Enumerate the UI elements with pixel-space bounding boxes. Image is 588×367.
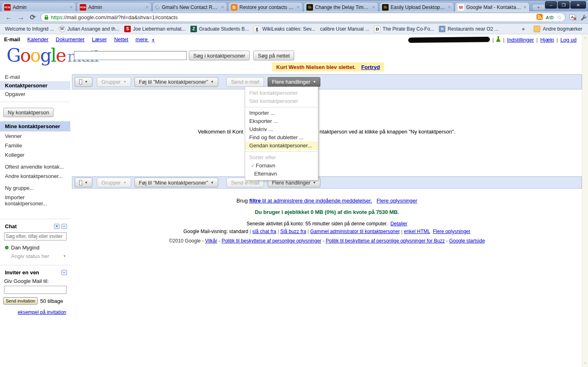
select-all-checkbox[interactable] [79, 180, 82, 185]
bookmark-infogrid[interactable]: Welcome to Infogrid ... [5, 26, 54, 32]
bookmark-calibre[interactable]: calibre User Manual ... [320, 26, 369, 32]
search-contacts-button[interactable]: Søg i kontaktpersoner [189, 51, 250, 60]
terms-link[interactable]: Vilkår [205, 238, 217, 244]
tab-upload-desktop[interactable]: lh Easily Upload Desktop Fo... ✕ [379, 2, 454, 12]
close-button[interactable]: ✕ [570, 1, 586, 9]
nav-laeser-link[interactable]: Læser [92, 36, 107, 42]
view-more-info-link[interactable]: Flere oplysninger [433, 229, 470, 234]
bookmarks-overflow-icon[interactable]: » [522, 26, 525, 32]
tab-close-icon[interactable]: ✕ [221, 5, 224, 9]
menu-item-gendan-kontaktpersoner[interactable]: Gendan kontaktpersoner... [245, 142, 318, 150]
wrench-icon[interactable] [580, 14, 588, 21]
help-link[interactable]: Hjælp [540, 37, 554, 43]
chat-status-row[interactable]: Angiv status her ▼ [0, 251, 70, 259]
labs-flask-icon[interactable] [496, 36, 501, 43]
send-invitation-button[interactable]: Send invitation [3, 297, 38, 305]
minimize-button[interactable]: – [545, 1, 557, 9]
group-venner[interactable]: Venner [0, 131, 70, 141]
nav-nettet-link[interactable]: Nettet [114, 36, 128, 42]
maximize-button[interactable]: ❐ [558, 1, 570, 9]
old-contact-manager-link[interactable]: Gammel administrator til kontaktpersoner [310, 229, 400, 234]
add-to-group-button[interactable]: Føj til "Mine kontaktpersoner" ▼ [134, 77, 219, 87]
new-tab-button[interactable]: + [532, 4, 545, 11]
tab-admin-2[interactable]: PCW Admin ✕ [77, 2, 152, 12]
new-group-link[interactable]: Ny gruppe... [0, 183, 70, 193]
more-info-link[interactable]: Flere oplysninger [376, 198, 417, 204]
bookmark-grad-students[interactable]: Z Graduate Students B... [190, 26, 249, 32]
invite-example-link[interactable]: eksempel på invitation [18, 309, 66, 315]
invite-minimize-button[interactable]: − [61, 270, 67, 275]
address-bar[interactable]: https://mail.google.com/mail/?hl=da&shva… [40, 13, 566, 22]
tab-close-icon[interactable]: ✕ [448, 5, 451, 9]
tab-close-icon[interactable]: ✕ [297, 5, 300, 9]
bookmark-restaurants[interactable]: R Restaurants near O2 ... [439, 26, 499, 32]
menu-item-udskriv[interactable]: Udskriv ... [245, 125, 318, 133]
sidebar-item-kontaktpersoner[interactable]: Kontaktpersoner [0, 81, 70, 90]
tab-gmail-new-contact[interactable]: Gmail's New Contact Res... ✕ [152, 2, 227, 12]
bookmark-wikileaks[interactable]: g WikiLeaks cables: Sev... [254, 26, 315, 32]
menu-item-efternavn[interactable]: Efternavn [245, 170, 318, 178]
tab-change-delay[interactable]: lh Change the Delay Time o... ✕ [304, 2, 378, 12]
tab-close-icon[interactable]: ✕ [523, 5, 527, 9]
search-web-button[interactable]: Søg på nettet [253, 51, 294, 60]
invite-email-input[interactable] [4, 286, 67, 294]
select-all-button[interactable]: ▼ [75, 178, 92, 187]
add-to-group-button[interactable]: Føj til "Mine kontaktpersoner" ▼ [134, 178, 219, 187]
import-contacts-link[interactable]: Importer kontaktpersoner... [0, 193, 53, 208]
group-oftest-anvendte[interactable]: Oftest anvendte kontak... [0, 162, 70, 171]
bookmark-pirate-bay[interactable]: D The Pirate Bay Co-Fo... [374, 26, 434, 32]
tab-close-icon[interactable]: ✕ [70, 5, 73, 9]
select-all-checkbox[interactable] [79, 79, 82, 85]
chat-options-button[interactable]: ▼ [54, 224, 60, 229]
rss-icon[interactable] [537, 14, 543, 21]
more-actions-button-open[interactable]: Flere handlinger ▼ [268, 77, 321, 87]
other-bookmarks-button[interactable]: Andre bogmærker [534, 26, 582, 32]
logout-link[interactable]: Log ud [560, 37, 577, 43]
group-mine-kontaktpersoner[interactable]: Mine kontaktpersoner [0, 121, 70, 131]
group-kolleger[interactable]: Kolleger [0, 150, 70, 160]
chat-off-link[interactable]: slå chat fra [252, 229, 276, 234]
nav-mere-link[interactable]: mere ▼ [136, 36, 155, 42]
buzz-off-link[interactable]: Slå buzz fra [280, 229, 306, 234]
privacy-link[interactable]: Politik til beskyttelse af personlige op… [221, 238, 321, 244]
chat-minimize-button[interactable]: − [61, 224, 67, 229]
buzz-privacy-link[interactable]: Politik til beskyttelse af personlige op… [326, 238, 445, 244]
group-andre-kontaktpersoner[interactable]: Andre kontaktpersoner... [0, 171, 70, 181]
tab-admin-1[interactable]: PCW Admin ✕ [1, 2, 76, 12]
tab-close-icon[interactable]: ✕ [372, 5, 376, 9]
tab-close-icon[interactable]: ✕ [145, 5, 149, 9]
new-contact-button[interactable]: Ny kontaktperson [3, 108, 54, 117]
select-all-button[interactable]: ▼ [75, 77, 92, 87]
undo-link[interactable]: Fortryd [361, 64, 380, 70]
forward-button[interactable]: → [18, 13, 25, 22]
bookmark-lieberman[interactable]: S Joe Lieberman emulat... [124, 26, 186, 32]
settings-link[interactable]: Indstillinger [507, 37, 534, 43]
adblock-icon[interactable]: A!D [546, 15, 554, 20]
page-scrollbar[interactable]: ˄ ˅ [582, 34, 588, 367]
nav-kalender-link[interactable]: Kalender [27, 36, 49, 42]
menu-item-eksporter[interactable]: Eksporter ... [245, 117, 318, 125]
group-familie[interactable]: Familie [0, 141, 70, 150]
filter-link[interactable]: filtre til at administrere dine indgåend… [249, 198, 372, 204]
chat-search-input[interactable] [4, 232, 67, 240]
chat-contact-row[interactable]: Dan Mygind [0, 245, 70, 251]
back-button[interactable]: ← [5, 13, 12, 22]
nav-dokumenter-link[interactable]: Dokumenter [56, 36, 85, 42]
tab-restore-contacts[interactable]: B Restore your contacts - ... ✕ [228, 2, 303, 12]
sidebar-item-email[interactable]: E-mail [0, 73, 70, 81]
sidebar-item-opgaver[interactable]: Opgaver [0, 90, 70, 98]
translate-icon[interactable]: A [569, 14, 577, 21]
scroll-down-icon[interactable]: ˅ [583, 360, 588, 366]
tab-google-mail-active[interactable]: M Google Mail - Kontaktadm... ✕ [455, 2, 530, 12]
bookmark-assange[interactable]: W Julian Assange and th... [59, 26, 119, 32]
bookmark-star-icon[interactable]: ☆ [557, 14, 562, 21]
basic-html-link[interactable]: enkel HTML [404, 229, 430, 234]
google-home-link[interactable]: Google startside [449, 238, 485, 244]
scroll-up-icon[interactable]: ˄ [583, 35, 588, 41]
menu-item-find-dubletter[interactable]: Find og flet dubletter ... [245, 133, 318, 142]
search-input[interactable] [74, 51, 187, 60]
menu-item-fornavn[interactable]: ✓Fornavn [245, 162, 318, 170]
menu-item-importer[interactable]: Importer ... [245, 109, 318, 117]
details-link[interactable]: Detaljer [390, 221, 407, 227]
reload-button[interactable]: ⟳ [30, 13, 36, 22]
